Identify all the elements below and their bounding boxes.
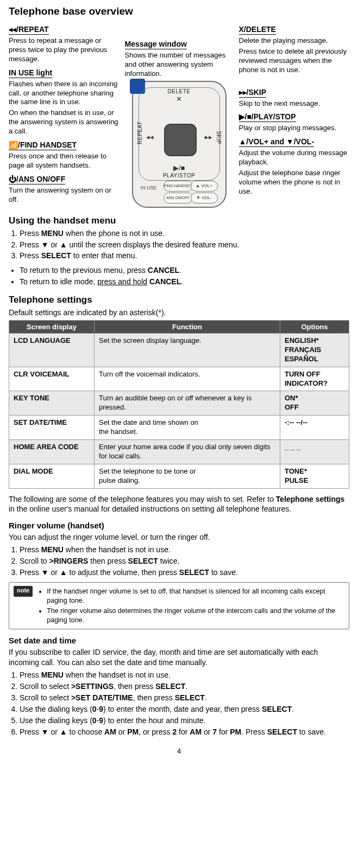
using-menu-title: Using the handset menu [9, 215, 349, 226]
list-item: Press ▼ or ▲ to choose AM or PM, or pres… [20, 727, 349, 737]
page-number: 4 [9, 747, 349, 755]
label-delete: DELETE [168, 88, 191, 94]
table-row: LCD LANGUAGESet the screen display langu… [9, 334, 349, 367]
playstop-text: Play or stop playing messages. [239, 124, 350, 133]
using-menu-steps: Press MENU when the phone is not in use.… [9, 228, 349, 261]
find-title: 📶/FIND HANDSET [9, 141, 77, 150]
cell-function: Enter your home area code if you dial on… [95, 440, 280, 464]
cell-screen: LCD LANGUAGE [9, 334, 95, 367]
cell-function: Set the date and time shown on the hands… [95, 416, 280, 440]
inuse-title: IN USE light [9, 68, 52, 78]
cell-options: -:-- --/-- [280, 416, 349, 440]
note-item: The ringer volume also determines the ri… [47, 607, 344, 625]
settings-after: The following are some of the telephone … [9, 494, 349, 515]
vol-text1: Adjust the volume during message playbac… [239, 149, 350, 167]
ringer-notes: If the handset ringer volume is set to o… [38, 586, 344, 626]
cell-screen: HOME AREA CODE [9, 440, 95, 464]
note-item: If the handset ringer volume is set to o… [47, 587, 344, 605]
list-item: Scroll to select >SET DATE/TIME, then pr… [20, 693, 349, 703]
list-item: Press MENU when the phone is not in use. [20, 228, 349, 239]
list-item: Use the dialing keys (0-9) to enter the … [20, 704, 349, 714]
ans-title: ⏻/ANS ON/OFF [9, 175, 65, 184]
base-diagram: DELETE REPEAT SKIP PLAY/STOP ✕ ◂◂ ▸▸ ▶/■… [132, 81, 227, 208]
inuse-text2: On when the handset is in use, or the an… [9, 108, 120, 136]
list-item: Press ▼ or ▲ to adjust the volume, then … [20, 567, 349, 578]
playstop-title: ▶/■/PLAY/STOP [239, 112, 296, 122]
list-item: Use the dialing keys (0-9) to enter the … [20, 716, 349, 726]
table-row: KEY TONETurn an audible beep on or off w… [9, 391, 349, 416]
cell-screen: KEY TONE [9, 391, 95, 416]
repeat-text: Press to repeat a message or press twice… [9, 36, 120, 64]
settings-title: Telephone settings [9, 295, 349, 305]
cell-options: TURN OFF INDICATOR? [280, 367, 349, 391]
xdelete-text1: Delete the playing message. [239, 36, 350, 46]
forward-icon: ▸▸ [205, 132, 212, 141]
cell-function: Turn off the voicemail indicators. [95, 367, 280, 391]
settings-after-b: Telephone settings [276, 495, 345, 503]
list-item: To return to the previous menu, press CA… [20, 265, 349, 276]
label-inuse: IN USE [141, 185, 157, 190]
th-options: Options [280, 321, 349, 334]
note-label: note [14, 586, 33, 597]
pill-volminus: ▼ VOL- [191, 193, 218, 203]
ans-text: Turn the answering system on or off. [9, 186, 120, 205]
pill-volplus: ▲ VOL+ [191, 181, 218, 192]
ringer-note-box: note If the handset ringer volume is set… [9, 582, 349, 630]
skip-title: ▸▸/SKIP [239, 88, 267, 98]
cell-options: ON* OFF [280, 391, 349, 416]
cell-function: Set the telephone to be tone or pulse di… [95, 464, 280, 488]
playstop-icon: ▶/■ [173, 164, 185, 172]
label-play: PLAY/STOP [163, 173, 195, 178]
list-item: To return to idle mode, press and hold C… [20, 277, 349, 287]
cell-screen: DIAL MODE [9, 464, 95, 488]
center-button [164, 124, 197, 156]
cell-options: TONE* PULSE [280, 464, 349, 488]
inuse-text1: Flashes when there is an incoming call, … [9, 80, 120, 107]
th-screen: Screen display [9, 321, 95, 334]
list-item: Press MENU when the handset is not in us… [20, 670, 349, 680]
overview-left-column: ◂◂/REPEAT Press to repeat a message or p… [9, 21, 120, 208]
table-row: HOME AREA CODEEnter your home area code … [9, 440, 349, 464]
datetime-title: Set date and time [9, 636, 349, 645]
overview-section: ◂◂/REPEAT Press to repeat a message or p… [9, 21, 349, 208]
cell-function: Turn an audible beep on or off whenever … [95, 391, 280, 416]
table-row: CLR VOICEMAILTurn off the voicemail indi… [9, 367, 349, 391]
list-item: Press ▼ or ▲ until the screen displays t… [20, 240, 349, 250]
th-function: Function [95, 321, 280, 334]
list-item: Scroll to >RINGERS then press SELECT twi… [20, 556, 349, 566]
list-item: Scroll to select >SETTINGS, then press S… [20, 681, 349, 692]
cell-options: _ _ _ [280, 440, 349, 464]
cell-options: ENGLISH* FRANÇAIS ESPAÑOL [280, 334, 349, 367]
cell-screen: SET DATE/TIME [9, 416, 95, 440]
datetime-steps: Press MENU when the handset is not in us… [9, 670, 349, 737]
cell-function: Set the screen display language. [95, 334, 280, 367]
pill-ans: ANS ON/OFF [164, 193, 193, 203]
ringer-intro: You can adjust the ringer volume level, … [9, 532, 349, 542]
repeat-title: ◂◂/REPEAT [9, 25, 49, 35]
using-menu-bullets: To return to the previous menu, press CA… [9, 265, 349, 287]
find-text: Press once and then release to page all … [9, 152, 120, 170]
settings-after-p2: in the online user's manual for detailed… [9, 505, 291, 513]
table-row: DIAL MODESet the telephone to be tone or… [9, 464, 349, 488]
manual-page: Telephone base overview ◂◂/REPEAT Press … [0, 0, 358, 777]
overview-center-column: Message window Shows the number of messa… [125, 39, 234, 208]
cell-screen: CLR VOICEMAIL [9, 367, 95, 391]
ringer-steps: Press MENU when the handset is not in us… [9, 545, 349, 578]
overview-right-column: X/DELETE Delete the playing message. Pre… [239, 21, 350, 208]
msgwin-title: Message window [125, 40, 187, 49]
page-title: Telephone base overview [9, 5, 349, 17]
vol-title: ▲/VOL+ and ▼/VOL- [239, 137, 315, 147]
label-skip: SKIP [216, 131, 222, 144]
vol-text2: Adjust the telephone base ringer volume … [239, 169, 350, 196]
settings-after-p1: The following are some of the telephone … [9, 495, 276, 503]
xdelete-text2: Press twice to delete all previously rev… [239, 47, 350, 75]
settings-subtitle: Default settings are indicated by an ast… [9, 308, 349, 318]
x-icon: ✕ [176, 95, 182, 103]
pill-find: FIND HANDSET [164, 181, 193, 192]
rewind-icon: ◂◂ [146, 132, 154, 141]
list-item: Press MENU when the handset is not in us… [20, 545, 349, 555]
xdelete-title: X/DELETE [239, 25, 276, 35]
ringer-title: Ringer volume (handset) [9, 521, 349, 530]
list-item: Press SELECT to enter that menu. [20, 251, 349, 261]
msgwin-text: Shows the number of messages and other a… [125, 51, 234, 79]
